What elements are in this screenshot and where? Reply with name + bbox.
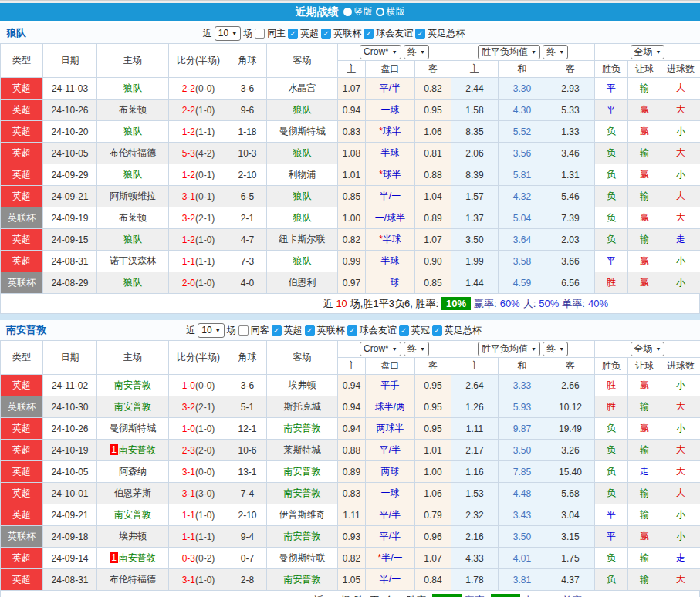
section-header-1: 狼队近10▼场同主✓英超✓英联杯✓球会友谊✓英足总杯 <box>0 23 700 43</box>
odds-stage-dropdown[interactable]: 终▼ <box>404 342 429 356</box>
league-filter-checkbox-3[interactable]: ✓ <box>347 325 357 336</box>
column-header-fixed-4: 比分(半场) <box>169 44 228 78</box>
chevron-down-icon: ▼ <box>531 343 536 355</box>
handicap-result-cell: 赢 <box>628 272 661 294</box>
handicap-text: 平/半 <box>380 83 401 93</box>
same-venue-checkbox[interactable] <box>255 29 265 39</box>
away-team-cell: 莱斯特城 <box>267 440 338 461</box>
same-venue-label: 同客 <box>251 324 269 337</box>
home-team-name: 布伦特福德 <box>110 147 156 158</box>
odds-header-group: Crow*▼ 终▼ <box>338 341 451 358</box>
column-header-sub-7: 胜负 <box>595 358 628 375</box>
orientation-option-1[interactable]: 竖版 <box>343 5 373 19</box>
summary-stat-label: 单率: <box>562 297 585 311</box>
home-team-name: 埃弗顿 <box>119 531 147 541</box>
handicap-line: 一球 <box>366 483 415 504</box>
scope-dropdown[interactable]: 全场▼ <box>631 342 665 356</box>
outcome-cell: 胜 <box>595 396 628 418</box>
league-filter-checkbox-4[interactable]: ✓ <box>415 29 425 39</box>
league-filter-checkbox-3[interactable]: ✓ <box>364 29 374 39</box>
odds-away: 0.89 <box>415 207 451 229</box>
league-filter-label: 英冠 <box>411 324 430 337</box>
column-header-fixed-5: 角球 <box>228 44 267 78</box>
same-venue-checkbox[interactable] <box>238 325 249 336</box>
league-filter-checkbox-1[interactable]: ✓ <box>288 29 298 39</box>
average-type-dropdown[interactable]: 胜平负均值▼ <box>478 45 540 59</box>
odds-source-dropdown[interactable]: Crow*▼ <box>360 45 401 59</box>
chevron-down-icon: ▼ <box>420 46 425 58</box>
odds-away: 0.84 <box>415 569 451 591</box>
away-team-cell: 埃弗顿 <box>267 375 338 396</box>
league-filter-checkbox-2[interactable]: ✓ <box>321 29 331 39</box>
corner-count: 4-7 <box>228 229 267 251</box>
handicap-text: 平手 <box>381 379 400 390</box>
orientation-option-2[interactable]: 横版 <box>376 5 405 19</box>
half-time-score: (1-0) <box>195 105 215 116</box>
league-filter-checkbox-4[interactable]: ✓ <box>399 325 409 336</box>
goals-result-cell: 大 <box>661 186 700 207</box>
full-time-score: 1-2 <box>182 170 195 180</box>
odds-away: 0.95 <box>415 396 451 418</box>
column-header-sub-5: 和 <box>499 358 546 375</box>
league-filter-checkbox-1[interactable]: ✓ <box>272 325 282 336</box>
column-header-fixed-4: 比分(半场) <box>169 341 228 375</box>
column-header-fixed-5: 角球 <box>228 341 267 375</box>
score-cell: 3-2(2-1) <box>169 207 228 229</box>
match-count-dropdown[interactable]: 10▼ <box>198 323 224 338</box>
odds-away: 0.90 <box>415 251 451 272</box>
away-team-cell: 曼彻斯特城 <box>267 121 338 143</box>
home-team-name: 南安普敦 <box>114 379 151 390</box>
full-time-score: 3-2 <box>182 402 195 413</box>
check-icon: ✓ <box>323 29 329 38</box>
column-header-sub-2: 盘口 <box>366 61 415 78</box>
odds-away: 0.85 <box>415 272 451 294</box>
team-name: 狼队 <box>6 26 76 40</box>
average-draw: 5.93 <box>499 396 546 418</box>
odds-stage-dropdown-value: 终 <box>407 46 417 58</box>
league-filter-checkbox-5[interactable]: ✓ <box>432 325 442 336</box>
average-draw: 5.04 <box>499 207 546 229</box>
away-team-name: 狼队 <box>293 255 312 266</box>
handicap-line: 半/一 <box>366 569 415 591</box>
handicap-result-cell: 赢 <box>628 375 661 396</box>
odds-away: 1.00 <box>415 461 451 483</box>
half-time-score: (4-2) <box>195 148 215 159</box>
chevron-down-icon: ▼ <box>420 343 425 355</box>
average-home: 8.39 <box>451 164 499 186</box>
check-icon: ✓ <box>306 326 313 335</box>
average-stage-dropdown[interactable]: 终▼ <box>543 342 568 356</box>
home-team-cell: 1南安普敦 <box>97 548 169 569</box>
league-filter-checkbox-2[interactable]: ✓ <box>305 325 315 336</box>
home-team-name: 南安普敦 <box>114 509 151 520</box>
handicap-line: 平/半 <box>366 504 415 526</box>
team-name: 南安普敦 <box>6 323 76 337</box>
average-away: 2.66 <box>546 375 595 396</box>
home-team-cell: 狼队 <box>97 229 169 251</box>
goals-result-cell: 小 <box>661 504 700 526</box>
odds-source-dropdown-value: Crow* <box>364 46 389 58</box>
column-header-sub-9: 进球数 <box>661 61 700 78</box>
average-stage-dropdown[interactable]: 终▼ <box>543 45 568 59</box>
odds-stage-dropdown[interactable]: 终▼ <box>404 45 429 59</box>
odds-source-dropdown[interactable]: Crow*▼ <box>360 342 401 356</box>
average-home: 1.26 <box>451 396 499 418</box>
home-team-cell: 埃弗顿 <box>97 526 169 548</box>
outcome-cell: 负 <box>595 207 628 229</box>
match-count-dropdown[interactable]: 10▼ <box>215 26 241 41</box>
full-time-score: 1-1 <box>182 531 195 542</box>
average-type-dropdown[interactable]: 胜平负均值▼ <box>478 342 540 356</box>
goals-result-cell: 小 <box>661 375 700 396</box>
average-away: 1.33 <box>546 121 595 143</box>
away-team-name: 狼队 <box>293 147 312 158</box>
scope-dropdown[interactable]: 全场▼ <box>631 45 665 59</box>
odds-home: 1.07 <box>338 78 366 100</box>
scope-dropdown-value: 全场 <box>634 46 653 58</box>
outcome-cell: 平 <box>595 78 628 100</box>
away-team-cell: 狼队 <box>267 100 338 121</box>
average-draw: 9.87 <box>499 418 546 440</box>
match-date: 24-08-31 <box>43 251 97 272</box>
league-badge: 英超 <box>1 186 43 207</box>
column-header-fixed-6: 客场 <box>267 341 338 375</box>
average-draw: 7.85 <box>499 461 546 483</box>
handicap-line: *球半 <box>366 121 415 143</box>
